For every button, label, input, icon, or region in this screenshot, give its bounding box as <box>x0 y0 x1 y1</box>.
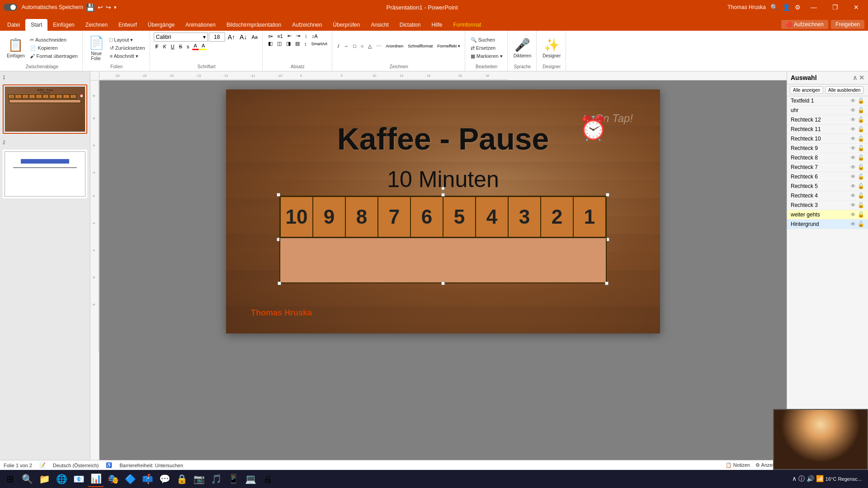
taskbar-app6[interactable]: 📫 <box>139 471 156 487</box>
slide-thumbnail-2[interactable] <box>3 150 87 199</box>
tab-dictation[interactable]: Dictation <box>394 19 426 31</box>
layer-hintergrund[interactable]: Hintergrund 👁 🔓 <box>787 220 868 229</box>
text-dir-button[interactable]: ↕A <box>310 33 320 39</box>
highlight-button[interactable]: A <box>200 42 207 50</box>
anordnen-button[interactable]: Anordnen <box>384 43 405 49</box>
notes-button[interactable]: 📋 Notizen <box>726 462 750 468</box>
taskbar-app4[interactable]: 🎭 <box>105 471 121 487</box>
taskbar-powerpoint[interactable]: 📊 <box>88 471 104 487</box>
taskbar-edge[interactable]: 🌐 <box>53 471 70 487</box>
tab-bildschirm[interactable]: Bildschirmpräsentation <box>221 19 287 31</box>
lock-icon-uhr[interactable]: 🔓 <box>858 107 864 113</box>
share-button[interactable]: Freigeben <box>831 20 864 29</box>
tab-ansicht[interactable]: Ansicht <box>365 19 394 31</box>
shape-line[interactable]: / <box>336 43 341 49</box>
notes-icon[interactable]: 📝 <box>39 462 46 468</box>
panel-collapse-up[interactable]: ∧ <box>853 74 857 81</box>
lock-icon-textfeld1[interactable]: 🔓 <box>858 98 864 104</box>
format-button[interactable]: 🖌 Format übertragen <box>28 52 79 60</box>
accessibility-status[interactable]: Barrierefreiheit: Untersuchen <box>119 463 183 468</box>
layer-rechteck6[interactable]: Rechteck 6 👁 🔓 <box>787 172 868 182</box>
hide-all-button[interactable]: Alle ausblenden <box>825 86 863 94</box>
layer-rechteck9[interactable]: Rechteck 9 👁 🔓 <box>787 144 868 153</box>
taskbar-app10[interactable]: 🎵 <box>208 471 224 487</box>
quick-access-more[interactable]: ▾ <box>114 5 117 10</box>
tab-zeichnen[interactable]: Zeichnen <box>80 19 113 31</box>
search-taskbar[interactable]: 🔍 <box>19 471 35 487</box>
shape-circle[interactable]: ○ <box>359 43 366 49</box>
tab-hilfe[interactable]: Hilfe <box>426 19 448 31</box>
lock-icon-r11[interactable]: 🔓 <box>858 126 864 132</box>
eye-icon-r5[interactable]: 👁 <box>850 183 856 189</box>
handle-tl[interactable] <box>277 193 280 197</box>
schnellformat-button[interactable]: Schnellformat <box>406 43 434 49</box>
autosave-toggle[interactable] <box>4 4 17 11</box>
ausschneiden-button[interactable]: ✂ Ausschneiden <box>28 36 79 44</box>
taskbar-outlook[interactable]: 📧 <box>71 471 87 487</box>
font-increase-button[interactable]: A↑ <box>226 33 237 41</box>
strikethrough-button[interactable]: S <box>177 43 184 50</box>
taskbar-app9[interactable]: 📷 <box>191 471 207 487</box>
tab-formformat[interactable]: Formformat <box>448 19 486 31</box>
taskbar-app11[interactable]: 📱 <box>225 471 241 487</box>
align-left-button[interactable]: ◧ <box>266 40 274 47</box>
layer-rechteck7[interactable]: Rechteck 7 👁 🔓 <box>787 163 868 172</box>
eye-icon-uhr[interactable]: 👁 <box>850 107 856 113</box>
align-center-button[interactable]: ◫ <box>275 40 283 47</box>
layout-button[interactable]: □ Layout ▾ <box>108 36 147 44</box>
handle-bc[interactable] <box>441 282 445 285</box>
diktieren-button[interactable]: 🎤 Diktieren <box>511 36 533 60</box>
eye-icon-r12[interactable]: 👁 <box>850 117 856 123</box>
settings-icon[interactable]: ⚙ <box>795 4 801 11</box>
font-size-selector[interactable]: 18 <box>209 33 225 42</box>
tab-einfuegen[interactable]: Einfügen <box>47 19 80 31</box>
lock-icon-r9[interactable]: 🔓 <box>858 145 864 151</box>
bold-button[interactable]: F <box>154 43 160 50</box>
designer-button[interactable]: ✨ Designer <box>540 36 563 60</box>
suchen-button[interactable]: 🔍 Suchen <box>469 36 505 44</box>
handle-br[interactable] <box>605 282 609 285</box>
handle-bl[interactable] <box>278 282 281 285</box>
tab-uebergaenge[interactable]: Übergänge <box>142 19 180 31</box>
shadow-button[interactable]: s <box>185 43 191 50</box>
neue-folie-button[interactable]: 📄 NeueFolie <box>86 34 107 62</box>
underline-button[interactable]: U <box>169 43 176 50</box>
bullet-list-button[interactable]: ≡• <box>266 33 274 39</box>
tab-ueberpruefen[interactable]: Überprüfen <box>327 19 365 31</box>
eye-icon-r9[interactable]: 👁 <box>850 145 856 151</box>
italic-button[interactable]: K <box>161 43 168 50</box>
lock-icon-r4[interactable]: 🔓 <box>858 192 864 199</box>
eye-icon-weiter[interactable]: 👁 <box>850 211 856 218</box>
show-all-button[interactable]: Alle anzeigen <box>790 86 823 94</box>
shape-triangle[interactable]: △ <box>366 43 373 50</box>
tab-entwurf[interactable]: Entwurf <box>113 19 142 31</box>
smartart-button[interactable]: SmartArt <box>309 41 329 47</box>
layer-textfeld1[interactable]: Textfeld 1 👁 🔓 <box>787 96 868 106</box>
eye-icon-r11[interactable]: 👁 <box>850 126 856 132</box>
eye-icon-r3[interactable]: 👁 <box>850 202 856 208</box>
minimize-button[interactable]: — <box>805 4 822 11</box>
lock-icon-r6[interactable]: 🔓 <box>858 174 864 180</box>
lock-icon-r5[interactable]: 🔓 <box>858 183 864 189</box>
taskbar-app12[interactable]: 💻 <box>242 471 259 487</box>
font-color-button[interactable]: A <box>192 42 199 50</box>
align-right-button[interactable]: ◨ <box>284 40 292 47</box>
layer-rechteck5[interactable]: Rechteck 5 👁 🔓 <box>787 182 868 191</box>
eye-icon-r7[interactable]: 👁 <box>850 164 856 170</box>
start-button[interactable]: ⊞ <box>2 471 18 487</box>
undo-icon[interactable]: ↩ <box>98 4 103 11</box>
kopieren-button[interactable]: 📄 Kopieren <box>28 44 79 52</box>
lock-icon-r3[interactable]: 🔓 <box>858 202 864 208</box>
decrease-indent-button[interactable]: ⇤ <box>286 33 293 39</box>
redo-icon[interactable]: ↪ <box>106 4 111 11</box>
taskbar-teams[interactable]: 💬 <box>156 471 173 487</box>
eye-icon-textfeld1[interactable]: 👁 <box>850 98 856 104</box>
taskbar-explorer[interactable]: 📁 <box>36 471 52 487</box>
zuruecksetzen-button[interactable]: ↺ Zurücksetzen <box>108 44 147 52</box>
layer-rechteck8[interactable]: Rechteck 8 👁 🔓 <box>787 153 868 163</box>
justify-button[interactable]: ▤ <box>293 40 302 47</box>
shape-rect[interactable]: □ <box>351 43 358 49</box>
taskbar-app5[interactable]: 🔷 <box>122 471 138 487</box>
eye-icon-r10[interactable]: 👁 <box>850 136 856 142</box>
layer-rechteck12[interactable]: Rechteck 12 👁 🔓 <box>787 115 868 125</box>
